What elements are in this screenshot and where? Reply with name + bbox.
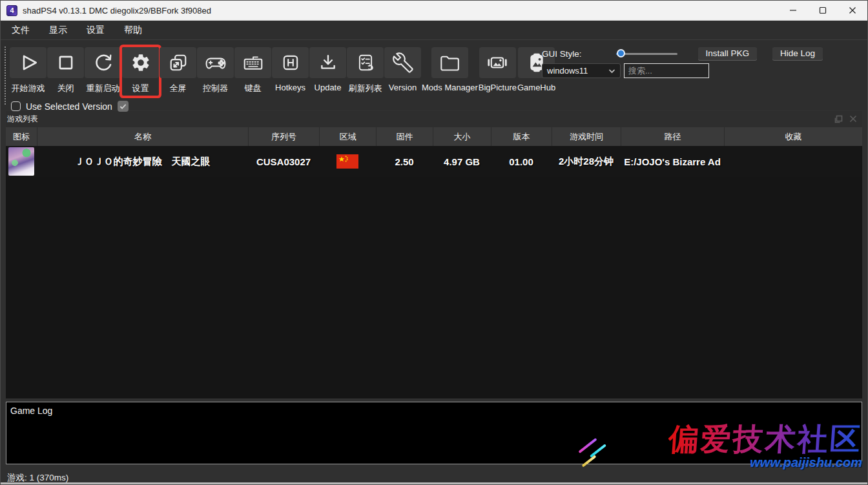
fullscreen-button[interactable]: 全屏 <box>160 47 196 96</box>
update-download-icon <box>318 53 338 72</box>
keyboard-button[interactable]: 键盘 <box>234 47 271 96</box>
close-button[interactable] <box>838 1 867 20</box>
big-picture-button[interactable]: BigPicture <box>479 47 517 94</box>
install-pkg-button[interactable]: Install PKG <box>698 47 758 60</box>
column-header-serial[interactable]: 序列号 <box>248 127 319 146</box>
column-header-size[interactable]: 大小 <box>433 127 491 146</box>
column-header-name[interactable]: 名称 <box>37 127 248 146</box>
window-bottom-edge <box>1 482 867 484</box>
controller-icon <box>204 53 227 72</box>
settings-button[interactable]: 设置 <box>122 47 159 96</box>
stop-game-button[interactable]: 关闭 <box>47 47 84 96</box>
close-panel-icon[interactable] <box>849 115 857 123</box>
column-header-path[interactable]: 路径 <box>621 127 724 146</box>
menu-file[interactable]: 文件 <box>2 25 39 36</box>
menu-view[interactable]: 显示 <box>39 25 77 36</box>
column-header-version[interactable]: 版本 <box>491 127 552 146</box>
table-header-row: 图标 名称 序列号 区域 固件 大小 版本 游戏时间 路径 收藏 <box>6 127 862 146</box>
refresh-list-icon <box>355 53 376 72</box>
fullscreen-icon <box>168 53 189 72</box>
slider-handle[interactable] <box>617 49 625 57</box>
titlebar: 4 shadPS4 v0.13.1 DMC diegolix29/BBFork … <box>1 1 867 21</box>
gui-style-slider[interactable] <box>616 49 677 58</box>
game-serial: CUSA03027 <box>248 156 319 167</box>
mods-manager-button[interactable]: Mods Manager <box>422 47 478 94</box>
restart-button[interactable]: 重新启动 <box>85 47 121 96</box>
window-title: shadPS4 v0.13.1 DMC diegolix29/BBFork 3f… <box>23 6 211 15</box>
toolbar: 开始游戏 关闭 重新启动 设置 全屏 控制器 <box>1 40 867 110</box>
controller-button[interactable]: 控制器 <box>197 47 234 96</box>
status-text: 游戏: 1 (370ms) <box>7 473 68 482</box>
maximize-button[interactable] <box>808 1 838 20</box>
game-log-panel[interactable]: Game Log <box>6 402 862 464</box>
menu-help[interactable]: 帮助 <box>114 25 152 36</box>
game-log-title: Game Log <box>10 406 52 416</box>
game-path: E:/JOJO's Bizarre Ad <box>621 156 724 167</box>
play-icon <box>18 53 39 72</box>
minimize-icon <box>789 6 797 14</box>
mods-folder-icon <box>438 53 461 72</box>
big-picture-icon <box>486 53 509 72</box>
column-header-firmware[interactable]: 固件 <box>376 127 433 146</box>
column-header-icon[interactable]: 图标 <box>6 127 37 146</box>
game-list-empty-area <box>6 177 862 398</box>
float-panel-icon[interactable] <box>834 115 843 123</box>
game-list-title: 游戏列表 <box>6 114 38 125</box>
update-button[interactable]: Update <box>309 47 346 94</box>
stop-icon <box>56 53 76 72</box>
china-flag-icon <box>336 154 358 169</box>
version-button[interactable]: Version <box>384 47 421 94</box>
app-logo-icon: 4 <box>6 5 17 16</box>
game-name: ＪＯＪＯ的奇妙冒險 天國之眼 <box>37 156 248 168</box>
chevron-down-icon <box>608 66 615 76</box>
maximize-icon <box>819 6 827 14</box>
close-icon <box>849 6 856 14</box>
start-game-button[interactable]: 开始游戏 <box>10 47 46 96</box>
column-header-favorite[interactable]: 收藏 <box>724 127 862 146</box>
search-input[interactable] <box>624 63 709 78</box>
theme-select[interactable]: windows11 <box>542 63 621 78</box>
menu-settings[interactable]: 设置 <box>77 25 114 36</box>
game-version: 01.00 <box>491 156 552 167</box>
theme-select-value: windows11 <box>547 66 588 76</box>
use-selected-version-row: Use Selected Version <box>11 101 867 112</box>
gui-style-label: GUI Style: <box>542 49 582 59</box>
game-list-panel-header: 游戏列表 <box>6 111 862 127</box>
column-header-playtime[interactable]: 游戏时间 <box>552 127 621 146</box>
restart-icon <box>93 53 114 72</box>
table-row[interactable]: ＪＯＪＯ的奇妙冒險 天國之眼 CUSA03027 2.50 4.97 GB 01… <box>6 146 862 177</box>
column-header-region[interactable]: 区域 <box>319 127 376 146</box>
version-checked-checkbox[interactable] <box>118 101 129 112</box>
game-firmware: 2.50 <box>376 156 433 167</box>
game-size: 4.97 GB <box>433 156 491 167</box>
hotkeys-button[interactable]: Hotkeys <box>272 47 309 94</box>
settings-gear-icon <box>130 52 152 73</box>
game-playtime: 2小时28分钟 <box>552 156 621 168</box>
refresh-list-button[interactable]: 刷新列表 <box>347 47 384 96</box>
menubar: 文件 显示 设置 帮助 <box>1 21 867 40</box>
game-cover-thumbnail <box>8 147 34 176</box>
version-wrench-icon <box>392 52 414 73</box>
game-list-panel: 游戏列表 图标 名称 序列号 区域 固件 大小 版本 游戏时间 路径 收藏 ＪＯ… <box>6 111 862 398</box>
hide-log-button[interactable]: Hide Log <box>772 47 823 60</box>
use-selected-version-label: Use Selected Version <box>26 101 112 112</box>
minimize-button[interactable] <box>778 1 808 20</box>
app-window: 4 shadPS4 v0.13.1 DMC diegolix29/BBFork … <box>0 0 868 485</box>
check-icon <box>119 103 127 110</box>
hotkeys-icon <box>280 53 301 72</box>
use-selected-version-checkbox[interactable] <box>11 101 21 111</box>
keyboard-icon <box>242 53 265 72</box>
toolbar-drag-handle[interactable] <box>5 46 6 105</box>
